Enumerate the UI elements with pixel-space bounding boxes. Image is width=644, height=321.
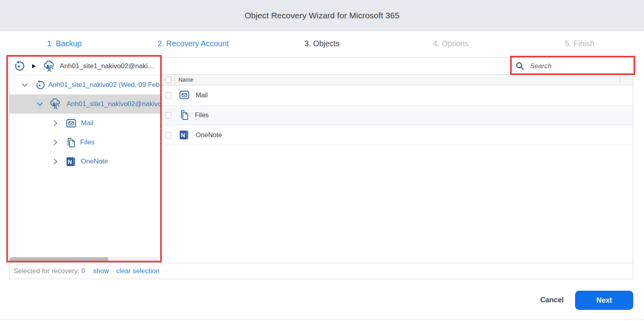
row-label: Files [195, 111, 209, 119]
objects-table-header: Name [161, 75, 633, 85]
chevron-right-icon[interactable] [53, 120, 58, 126]
page-title: Object Recovery Wizard for Microsoft 365 [245, 11, 400, 20]
restore-point-icon[interactable] [13, 60, 25, 72]
step-recovery-account[interactable]: 2. Recovery Account [129, 31, 257, 56]
wizard-steps: 1. Backup 2. Recovery Account 3. Objects… [0, 31, 644, 56]
row-checkbox[interactable] [165, 132, 171, 138]
tree-root-label: Anh01_site1_nakivo02@naki… [60, 62, 154, 70]
row-label: OneNote [196, 131, 222, 139]
backup-tree-panel: Anh01_site1_nakivo02@naki… Anh01_site1_n… [10, 57, 161, 263]
m365-account-icon [49, 98, 62, 110]
onenote-icon: N [66, 157, 77, 167]
next-button[interactable]: Next [575, 291, 633, 310]
chevron-down-icon[interactable] [22, 82, 28, 88]
clear-selection-link[interactable]: clear selection [116, 267, 160, 275]
titlebar: Object Recovery Wizard for Microsoft 365 [0, 0, 644, 31]
table-row-files[interactable]: Files [161, 105, 633, 125]
scrollbar-thumb[interactable] [10, 257, 108, 262]
tree-row-onenote[interactable]: N OneNote [10, 152, 161, 171]
svg-text:N: N [181, 132, 185, 138]
tree-horizontal-scrollbar[interactable] [10, 257, 159, 262]
files-icon [66, 137, 76, 148]
selected-for-recovery-label: Selected for recovery: [14, 267, 79, 275]
selection-status-bar: Selected for recovery: 0 show clear sele… [10, 263, 633, 279]
tree-row-files[interactable]: Files [10, 133, 161, 152]
tree-row-account-selected[interactable]: Anh01_site1_nakivo02@nakivo [10, 95, 161, 114]
files-icon [179, 110, 189, 120]
expander-triangle-icon[interactable] [32, 64, 36, 69]
row-checkbox[interactable] [165, 112, 171, 118]
object-recovery-wizard-window: Object Recovery Wizard for Microsoft 365… [0, 0, 644, 321]
column-divider [620, 75, 620, 85]
table-row-mail[interactable]: Mail [161, 85, 633, 105]
step-options: 4. Options [387, 31, 515, 56]
tree-item-label: OneNote [81, 158, 108, 165]
tree-item-label: Files [80, 138, 94, 146]
objects-list-panel: Name Mail [161, 57, 633, 263]
m365-account-icon [43, 61, 56, 72]
restore-point-icon [34, 80, 45, 91]
tree-item-label: Mail [81, 119, 93, 127]
tree-row-root[interactable]: Anh01_site1_nakivo02@naki… [10, 57, 161, 75]
window-bottom-edge [0, 319, 644, 319]
search-box [511, 57, 630, 75]
row-checkbox[interactable] [165, 92, 171, 98]
tree-account-label: Anh01_site1_nakivo02@nakivo [67, 100, 161, 108]
select-all-checkbox[interactable] [165, 77, 171, 83]
search-icon [516, 62, 524, 71]
tree-row-recovery-point[interactable]: Anh01_site1_nakivo02 (Wed, 09 Feb [10, 75, 161, 95]
column-header-name: Name [179, 77, 193, 83]
tree-row-mail[interactable]: Mail [10, 114, 161, 133]
step-backup[interactable]: 1. Backup [0, 31, 129, 56]
mail-icon [179, 90, 190, 100]
objects-content-box: Anh01_site1_nakivo02@naki… Anh01_site1_n… [9, 57, 633, 279]
row-label: Mail [196, 91, 208, 99]
step-objects: 3. Objects [257, 31, 386, 56]
chevron-down-icon[interactable] [37, 101, 43, 107]
objects-toolbar [161, 57, 633, 75]
table-row-onenote[interactable]: N OneNote [161, 125, 633, 145]
show-link[interactable]: show [93, 267, 109, 275]
search-input[interactable] [530, 57, 630, 75]
svg-text:N: N [68, 158, 72, 165]
column-divider [175, 75, 175, 85]
tree-recovery-point-label: Anh01_site1_nakivo02 (Wed, 09 Feb [48, 81, 159, 89]
chevron-right-icon[interactable] [53, 139, 58, 146]
cancel-button[interactable]: Cancel [538, 296, 566, 304]
step-finish: 5. Finish [515, 31, 644, 56]
mail-icon [66, 118, 77, 128]
chevron-right-icon[interactable] [53, 158, 58, 165]
selected-count: 0 [81, 267, 85, 275]
onenote-icon: N [179, 130, 190, 140]
